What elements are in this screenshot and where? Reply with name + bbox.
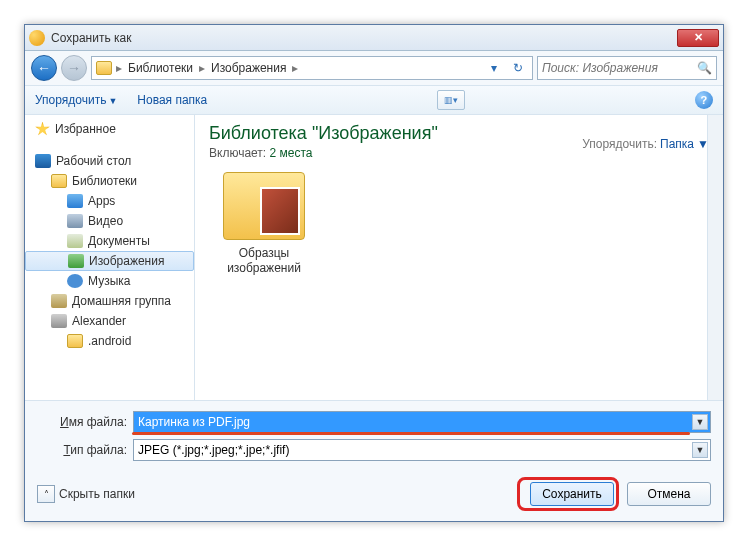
filename-field[interactable]: Картинка из PDF.jpg ▼ xyxy=(133,411,711,433)
sidebar-libraries[interactable]: Библиотеки xyxy=(25,171,194,191)
cancel-button[interactable]: Отмена xyxy=(627,482,711,506)
app-icon xyxy=(29,30,45,46)
desktop-icon xyxy=(35,154,51,168)
folder-icon xyxy=(67,334,83,348)
sidebar-music[interactable]: Музыка xyxy=(25,271,194,291)
dropdown-history-icon[interactable]: ▾ xyxy=(484,61,504,75)
filename-value: Картинка из PDF.jpg xyxy=(138,415,250,429)
sidebar-favorites[interactable]: Избранное xyxy=(25,119,194,139)
save-as-dialog: Сохранить как ✕ ← → ▸ Библиотеки ▸ Изобр… xyxy=(24,24,724,522)
arrange-by[interactable]: Упорядочить: Папка ▼ xyxy=(582,123,709,160)
search-input[interactable] xyxy=(542,61,693,75)
filetype-label: Тип файла: xyxy=(37,443,127,457)
chevron-right-icon: ▸ xyxy=(292,61,298,75)
libraries-icon xyxy=(51,174,67,188)
library-includes: Включает: 2 места xyxy=(209,146,582,160)
view-options-button[interactable]: ▥▾ xyxy=(437,90,465,110)
music-icon xyxy=(67,274,83,288)
sidebar-apps[interactable]: Apps xyxy=(25,191,194,211)
save-button[interactable]: Сохранить xyxy=(530,482,614,506)
documents-icon xyxy=(67,234,83,248)
sidebar-desktop[interactable]: Рабочий стол xyxy=(25,151,194,171)
star-icon xyxy=(35,122,50,137)
filetype-field[interactable]: JPEG (*.jpg;*.jpeg;*.jpe;*.jfif) ▼ xyxy=(133,439,711,461)
user-icon xyxy=(51,314,67,328)
chevron-right-icon: ▸ xyxy=(116,61,122,75)
sidebar-documents[interactable]: Документы xyxy=(25,231,194,251)
folder-item[interactable]: Образцы изображений xyxy=(209,172,319,276)
chevron-up-icon: ˄ xyxy=(37,485,55,503)
address-bar[interactable]: ▸ Библиотеки ▸ Изображения ▸ ▾ ↻ xyxy=(91,56,533,80)
highlight-annotation: Сохранить xyxy=(517,477,619,511)
window-title: Сохранить как xyxy=(51,31,677,45)
filetype-value: JPEG (*.jpg;*.jpeg;*.jpe;*.jfif) xyxy=(138,443,289,457)
search-box[interactable]: 🔍 xyxy=(537,56,717,80)
toolbar: Упорядочить▼ Новая папка ▥▾ ? xyxy=(25,85,723,115)
folder-thumbnail-icon xyxy=(223,172,305,240)
refresh-icon[interactable]: ↻ xyxy=(508,61,528,75)
pictures-icon xyxy=(68,254,84,268)
filename-label: Имя файла: xyxy=(37,415,127,429)
library-locations-link[interactable]: 2 места xyxy=(270,146,313,160)
chevron-right-icon: ▸ xyxy=(199,61,205,75)
title-bar[interactable]: Сохранить как ✕ xyxy=(25,25,723,51)
breadcrumb-item[interactable]: Изображения xyxy=(209,61,288,75)
filetype-dropdown-icon[interactable]: ▼ xyxy=(692,442,708,458)
organize-menu[interactable]: Упорядочить▼ xyxy=(35,93,117,107)
homegroup-icon xyxy=(51,294,67,308)
sidebar-homegroup[interactable]: Домашняя группа xyxy=(25,291,194,311)
nav-bar: ← → ▸ Библиотеки ▸ Изображения ▸ ▾ ↻ 🔍 xyxy=(25,51,723,85)
breadcrumb-item[interactable]: Библиотеки xyxy=(126,61,195,75)
hide-folders-toggle[interactable]: ˄ Скрыть папки xyxy=(37,485,135,503)
sidebar-android-folder[interactable]: .android xyxy=(25,331,194,351)
library-title: Библиотека "Изображения" xyxy=(209,123,582,144)
vertical-scrollbar[interactable] xyxy=(707,115,723,400)
close-button[interactable]: ✕ xyxy=(677,29,719,47)
sidebar-video[interactable]: Видео xyxy=(25,211,194,231)
navigation-tree[interactable]: Избранное Рабочий стол Библиотеки Apps В… xyxy=(25,115,195,400)
content-pane[interactable]: Библиотека "Изображения" Включает: 2 мес… xyxy=(195,115,723,400)
highlight-annotation xyxy=(132,432,690,435)
video-icon xyxy=(67,214,83,228)
app-folder-icon xyxy=(67,194,83,208)
sidebar-user[interactable]: Alexander xyxy=(25,311,194,331)
sidebar-pictures[interactable]: Изображения xyxy=(25,251,194,271)
nav-back-button[interactable]: ← xyxy=(31,55,57,81)
main-split-pane: Избранное Рабочий стол Библиотеки Apps В… xyxy=(25,115,723,400)
filename-dropdown-icon[interactable]: ▼ xyxy=(692,414,708,430)
path-root-icon xyxy=(96,61,112,75)
folder-name: Образцы изображений xyxy=(209,246,319,276)
help-button[interactable]: ? xyxy=(695,91,713,109)
nav-forward-button[interactable]: → xyxy=(61,55,87,81)
search-icon: 🔍 xyxy=(697,61,712,75)
new-folder-button[interactable]: Новая папка xyxy=(137,93,207,107)
bottom-panel: Имя файла: Картинка из PDF.jpg ▼ Тип фай… xyxy=(25,400,723,521)
